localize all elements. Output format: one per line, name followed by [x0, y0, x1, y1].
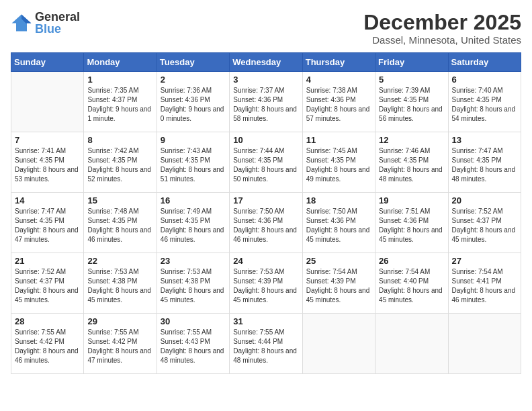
day-info: Sunrise: 7:51 AMSunset: 4:36 PMDaylight:… [379, 207, 444, 244]
calendar-day-cell: 2Sunrise: 7:36 AMSunset: 4:36 PMDaylight… [157, 72, 229, 132]
day-number: 19 [379, 195, 444, 205]
calendar-day-cell: 1Sunrise: 7:35 AMSunset: 4:37 PMDaylight… [84, 72, 157, 132]
day-info: Sunrise: 7:53 AMSunset: 4:39 PMDaylight:… [233, 267, 298, 305]
calendar-day-cell: 24Sunrise: 7:53 AMSunset: 4:39 PMDayligh… [230, 253, 302, 314]
day-info: Sunrise: 7:55 AMSunset: 4:44 PMDaylight:… [233, 328, 298, 365]
calendar-day-cell: 22Sunrise: 7:53 AMSunset: 4:38 PMDayligh… [84, 253, 157, 314]
calendar-day-cell: 6Sunrise: 7:40 AMSunset: 4:35 PMDaylight… [448, 72, 521, 132]
day-number: 17 [233, 195, 298, 205]
day-number: 1 [87, 75, 152, 85]
calendar-empty-cell [11, 72, 84, 132]
calendar-day-cell: 15Sunrise: 7:48 AMSunset: 4:35 PMDayligh… [84, 193, 157, 253]
calendar-day-cell: 7Sunrise: 7:41 AMSunset: 4:35 PMDaylight… [11, 132, 84, 193]
weekday-header-tuesday: Tuesday [157, 53, 229, 72]
calendar-week-row: 14Sunrise: 7:47 AMSunset: 4:35 PMDayligh… [11, 193, 521, 253]
day-number: 22 [87, 256, 152, 266]
day-number: 15 [87, 195, 152, 205]
day-number: 30 [161, 316, 226, 326]
day-number: 21 [15, 256, 80, 266]
day-info: Sunrise: 7:48 AMSunset: 4:35 PMDaylight:… [87, 207, 152, 244]
day-number: 10 [233, 135, 298, 145]
day-info: Sunrise: 7:52 AMSunset: 4:37 PMDaylight:… [15, 267, 80, 305]
calendar-week-row: 28Sunrise: 7:55 AMSunset: 4:42 PMDayligh… [11, 314, 521, 374]
day-number: 7 [15, 135, 80, 145]
day-number: 18 [306, 195, 371, 205]
calendar-day-cell: 30Sunrise: 7:55 AMSunset: 4:43 PMDayligh… [157, 314, 229, 374]
day-info: Sunrise: 7:37 AMSunset: 4:36 PMDaylight:… [233, 86, 298, 124]
day-info: Sunrise: 7:52 AMSunset: 4:37 PMDaylight:… [452, 207, 517, 244]
calendar-day-cell: 25Sunrise: 7:54 AMSunset: 4:39 PMDayligh… [302, 253, 375, 314]
calendar-week-row: 1Sunrise: 7:35 AMSunset: 4:37 PMDaylight… [11, 72, 521, 132]
calendar-week-row: 7Sunrise: 7:41 AMSunset: 4:35 PMDaylight… [11, 132, 521, 193]
day-number: 12 [379, 135, 444, 145]
logo-icon [11, 13, 32, 32]
day-number: 6 [452, 75, 517, 85]
day-info: Sunrise: 7:50 AMSunset: 4:36 PMDaylight:… [233, 207, 298, 244]
calendar-day-cell: 14Sunrise: 7:47 AMSunset: 4:35 PMDayligh… [11, 193, 84, 253]
month-title: December 2025 [363, 11, 521, 34]
day-info: Sunrise: 7:47 AMSunset: 4:35 PMDaylight:… [452, 146, 517, 184]
day-info: Sunrise: 7:36 AMSunset: 4:36 PMDaylight:… [161, 86, 226, 124]
page-header: General Blue December 2025 Dassel, Minne… [11, 11, 521, 46]
calendar-day-cell: 21Sunrise: 7:52 AMSunset: 4:37 PMDayligh… [11, 253, 84, 314]
day-number: 29 [87, 316, 152, 326]
calendar-empty-cell [375, 314, 448, 374]
logo-general: General [35, 11, 80, 23]
day-number: 14 [15, 195, 80, 205]
day-info: Sunrise: 7:39 AMSunset: 4:35 PMDaylight:… [379, 86, 444, 124]
day-info: Sunrise: 7:49 AMSunset: 4:35 PMDaylight:… [161, 207, 226, 244]
calendar-day-cell: 4Sunrise: 7:38 AMSunset: 4:36 PMDaylight… [302, 72, 375, 132]
calendar-day-cell: 11Sunrise: 7:45 AMSunset: 4:35 PMDayligh… [302, 132, 375, 193]
location-title: Dassel, Minnesota, United States [363, 34, 521, 46]
weekday-header-sunday: Sunday [11, 53, 84, 72]
calendar-day-cell: 26Sunrise: 7:54 AMSunset: 4:40 PMDayligh… [375, 253, 448, 314]
calendar-day-cell: 17Sunrise: 7:50 AMSunset: 4:36 PMDayligh… [230, 193, 302, 253]
day-info: Sunrise: 7:44 AMSunset: 4:35 PMDaylight:… [233, 146, 298, 184]
calendar-day-cell: 9Sunrise: 7:43 AMSunset: 4:35 PMDaylight… [157, 132, 229, 193]
calendar-day-cell: 18Sunrise: 7:50 AMSunset: 4:36 PMDayligh… [302, 193, 375, 253]
day-info: Sunrise: 7:46 AMSunset: 4:35 PMDaylight:… [379, 146, 444, 184]
calendar-day-cell: 20Sunrise: 7:52 AMSunset: 4:37 PMDayligh… [448, 193, 521, 253]
day-info: Sunrise: 7:42 AMSunset: 4:35 PMDaylight:… [87, 146, 152, 184]
title-area: December 2025 Dassel, Minnesota, United … [363, 11, 521, 46]
day-info: Sunrise: 7:50 AMSunset: 4:36 PMDaylight:… [306, 207, 371, 244]
weekday-header-wednesday: Wednesday [230, 53, 302, 72]
day-number: 8 [87, 135, 152, 145]
calendar-day-cell: 19Sunrise: 7:51 AMSunset: 4:36 PMDayligh… [375, 193, 448, 253]
calendar-empty-cell [302, 314, 375, 374]
weekday-header-thursday: Thursday [302, 53, 375, 72]
day-info: Sunrise: 7:38 AMSunset: 4:36 PMDaylight:… [306, 86, 371, 124]
weekday-header-saturday: Saturday [448, 53, 521, 72]
calendar-day-cell: 28Sunrise: 7:55 AMSunset: 4:42 PMDayligh… [11, 314, 84, 374]
day-info: Sunrise: 7:47 AMSunset: 4:35 PMDaylight:… [15, 207, 80, 244]
day-number: 9 [161, 135, 226, 145]
day-number: 23 [161, 256, 226, 266]
calendar-empty-cell [448, 314, 521, 374]
day-info: Sunrise: 7:35 AMSunset: 4:37 PMDaylight:… [87, 86, 152, 124]
day-number: 4 [306, 75, 371, 85]
weekday-header-monday: Monday [84, 53, 157, 72]
day-info: Sunrise: 7:55 AMSunset: 4:42 PMDaylight:… [15, 328, 80, 365]
calendar-day-cell: 3Sunrise: 7:37 AMSunset: 4:36 PMDaylight… [230, 72, 302, 132]
day-number: 20 [452, 195, 517, 205]
day-number: 26 [379, 256, 444, 266]
logo-blue: Blue [35, 23, 80, 35]
day-info: Sunrise: 7:54 AMSunset: 4:39 PMDaylight:… [306, 267, 371, 305]
day-number: 25 [306, 256, 371, 266]
day-number: 2 [161, 75, 226, 85]
day-info: Sunrise: 7:55 AMSunset: 4:42 PMDaylight:… [87, 328, 152, 365]
calendar-day-cell: 10Sunrise: 7:44 AMSunset: 4:35 PMDayligh… [230, 132, 302, 193]
calendar-day-cell: 13Sunrise: 7:47 AMSunset: 4:35 PMDayligh… [448, 132, 521, 193]
day-info: Sunrise: 7:53 AMSunset: 4:38 PMDaylight:… [87, 267, 152, 305]
day-number: 16 [161, 195, 226, 205]
calendar-day-cell: 12Sunrise: 7:46 AMSunset: 4:35 PMDayligh… [375, 132, 448, 193]
weekday-header-row: SundayMondayTuesdayWednesdayThursdayFrid… [11, 53, 521, 72]
day-info: Sunrise: 7:54 AMSunset: 4:40 PMDaylight:… [379, 267, 444, 305]
day-info: Sunrise: 7:55 AMSunset: 4:43 PMDaylight:… [161, 328, 226, 365]
day-number: 11 [306, 135, 371, 145]
day-info: Sunrise: 7:53 AMSunset: 4:38 PMDaylight:… [161, 267, 226, 305]
day-info: Sunrise: 7:40 AMSunset: 4:35 PMDaylight:… [452, 86, 517, 124]
calendar-day-cell: 16Sunrise: 7:49 AMSunset: 4:35 PMDayligh… [157, 193, 229, 253]
calendar-day-cell: 8Sunrise: 7:42 AMSunset: 4:35 PMDaylight… [84, 132, 157, 193]
day-number: 5 [379, 75, 444, 85]
